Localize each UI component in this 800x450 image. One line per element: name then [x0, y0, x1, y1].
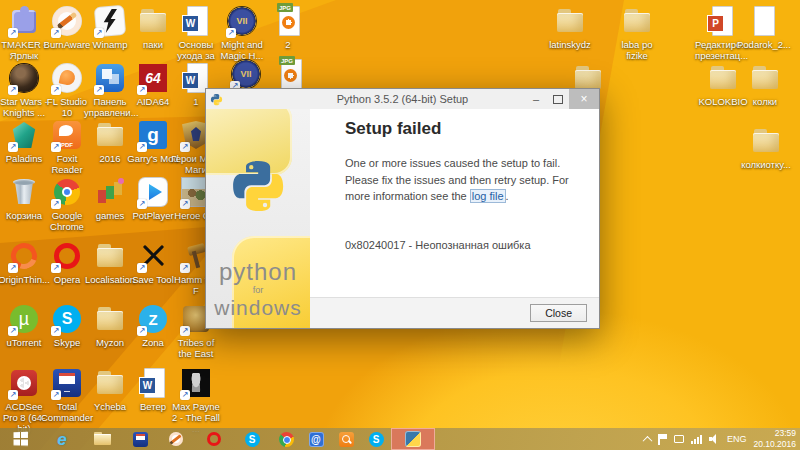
folder-icon	[621, 5, 653, 37]
shortcut-arrow-icon: ↗	[137, 263, 147, 273]
folder-icon	[94, 119, 126, 151]
minimize-button[interactable]: –	[525, 89, 547, 109]
dialog-footer: Close	[310, 297, 599, 328]
opera-icon	[207, 432, 221, 446]
chrome-icon	[279, 432, 294, 447]
shortcut-arrow-icon: ↗	[51, 390, 61, 400]
dialog-heading: Setup failed	[345, 119, 577, 139]
word-icon: W	[180, 5, 212, 37]
desktop-icon-folder[interactable]: latinskydz	[544, 5, 596, 50]
desktop-icon-label: 2	[262, 39, 314, 50]
maximize-button[interactable]	[547, 89, 569, 109]
skype-icon: S	[245, 432, 260, 447]
error-code-text: 0x80240017 - Неопознанная ошибка	[345, 237, 577, 254]
shortcut-arrow-icon: ↗	[180, 142, 190, 152]
taskbar-item-skype-2[interactable]: S	[360, 428, 392, 450]
taskbar-item-skype[interactable]: S	[236, 428, 268, 450]
desktop-icon-jpg[interactable]: JPG2	[262, 5, 314, 50]
desktop-icon-label: Tribes of the East	[170, 337, 222, 359]
ppt-icon: P	[705, 5, 737, 37]
shortcut-arrow-icon: ↗	[226, 28, 236, 38]
desktop-icon-folder[interactable]: колкиотку...	[740, 125, 792, 170]
desktop-icon-folder[interactable]: колки	[739, 62, 791, 107]
display-icon[interactable]	[674, 435, 684, 443]
folder-icon	[94, 240, 126, 272]
folder-icon	[750, 125, 782, 157]
action-center-flag-icon[interactable]	[658, 434, 667, 445]
folder-icon	[554, 5, 586, 37]
folder-icon	[94, 303, 126, 335]
shortcut-arrow-icon: ↗	[8, 390, 18, 400]
system-tray: ENG 23:59 20.10.2016	[644, 428, 796, 450]
shortcut-arrow-icon: ↗	[8, 28, 18, 38]
internet-explorer-icon: e	[57, 431, 66, 448]
taskbar-item-python-setup[interactable]	[391, 428, 435, 450]
network-signal-icon[interactable]	[691, 435, 702, 444]
burnaware-icon	[169, 432, 183, 446]
taskbar-item-internet-explorer[interactable]: e	[46, 428, 78, 450]
page-icon	[747, 5, 779, 37]
shortcut-arrow-icon: ↗	[8, 326, 18, 336]
maximize-icon	[553, 95, 563, 104]
folder-icon	[707, 62, 739, 94]
shortcut-arrow-icon: ↗	[51, 28, 61, 38]
shortcut-arrow-icon: ↗	[51, 199, 61, 209]
taskbar-item-opera[interactable]	[198, 428, 230, 450]
blocks-icon	[94, 176, 126, 208]
clock[interactable]: 23:59 20.10.2016	[753, 428, 796, 450]
taskbar-item-mail-ru[interactable]: @	[300, 428, 332, 450]
jpg-icon: JPG	[274, 58, 306, 90]
taskbar-item-total-commander[interactable]	[124, 428, 156, 450]
shortcut-arrow-icon: ↗	[51, 85, 61, 95]
desktop-icon-label: колкиотку...	[740, 159, 792, 170]
mail-ru-icon: @	[309, 432, 324, 447]
shortcut-arrow-icon: ↗	[137, 326, 147, 336]
shortcut-arrow-icon: ↗	[180, 390, 190, 400]
close-button[interactable]: Close	[530, 304, 587, 322]
language-indicator[interactable]: ENG	[727, 434, 747, 444]
dialog-sidebar: python for windows	[206, 109, 310, 328]
taskbar-item-burnaware[interactable]	[160, 428, 192, 450]
desktop-icon-label: Podarok_2...	[737, 39, 789, 50]
desktop-icon-jpg[interactable]: JPG	[264, 58, 316, 90]
shortcut-arrow-icon: ↗	[8, 85, 18, 95]
jpg-icon: JPG	[272, 5, 304, 37]
shortcut-arrow-icon: ↗	[51, 263, 61, 273]
desktop-icon-vii[interactable]: VII↗Might and Magic H...	[216, 5, 268, 61]
shortcut-arrow-icon: ↗	[8, 142, 18, 152]
desktop-icon-label: колки	[739, 96, 791, 107]
taskbar-item-start[interactable]	[4, 428, 36, 450]
desktop-icon-page[interactable]: Podarok_2...	[737, 5, 789, 50]
total-commander-icon	[133, 432, 148, 447]
python-setup-dialog: Python 3.5.2 (64-bit) Setup – × python f…	[205, 88, 600, 329]
word-icon: W	[137, 367, 169, 399]
desktop-icon-maxpayne[interactable]: ↗Max Payne 2 - The Fall ...	[170, 367, 222, 435]
desktop-icon-label: latinskydz	[544, 39, 596, 50]
shortcut-arrow-icon: ↗	[180, 326, 190, 336]
shortcut-arrow-icon: ↗	[137, 142, 147, 152]
bin-icon	[8, 176, 40, 208]
hidden-icons-chevron-icon[interactable]	[642, 435, 652, 445]
taskbar-item-file-explorer[interactable]	[86, 428, 118, 450]
taskbar-item-chrome[interactable]	[270, 428, 302, 450]
log-file-link[interactable]: log file	[470, 189, 506, 203]
shortcut-arrow-icon: ↗	[94, 85, 104, 95]
python-logo	[229, 157, 287, 215]
dialog-message: One or more issues caused the setup to f…	[345, 155, 577, 205]
taskbar: eS@S ENG 23:59 20.10.2016	[0, 428, 800, 450]
taskbar-item-search[interactable]	[330, 428, 362, 450]
file-explorer-icon	[94, 432, 111, 446]
desktop-screen: ↗TMAKER - Ярлык↗BurnAware↗WinampпакиWОсн…	[0, 0, 800, 450]
close-window-button[interactable]: ×	[569, 89, 599, 109]
skype-2-icon: S	[369, 432, 384, 447]
desktop-icon-folder[interactable]: laba po fizike	[611, 5, 663, 61]
shortcut-arrow-icon: ↗	[180, 263, 190, 273]
shortcut-arrow-icon: ↗	[137, 85, 147, 95]
shortcut-arrow-icon: ↗	[51, 142, 61, 152]
python-setup-icon	[405, 431, 421, 447]
search-icon	[339, 432, 354, 447]
folder-icon	[749, 62, 781, 94]
dialog-titlebar[interactable]: Python 3.5.2 (64-bit) Setup – ×	[206, 89, 599, 109]
volume-icon[interactable]	[709, 434, 720, 444]
shortcut-arrow-icon: ↗	[51, 326, 61, 336]
